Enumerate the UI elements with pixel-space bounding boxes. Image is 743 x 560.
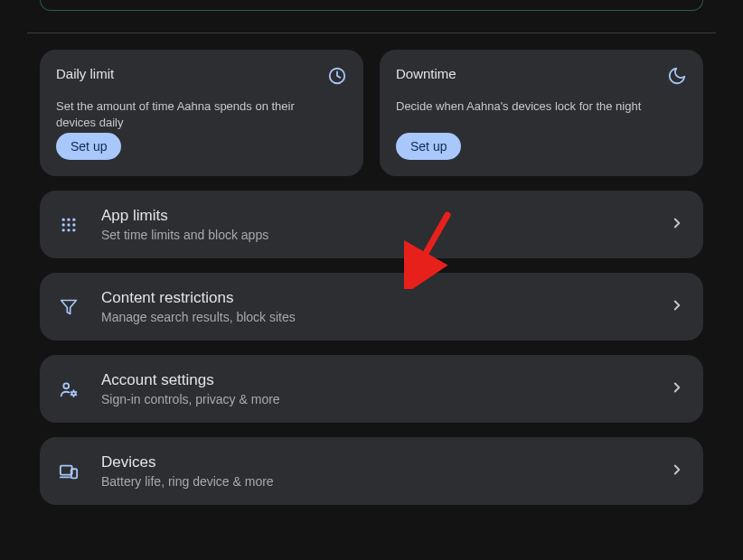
content-restrictions-title: Content restrictions [101, 289, 647, 307]
clock-icon [327, 66, 347, 89]
daily-limit-card[interactable]: Daily limit Set the amount of time Aahna… [40, 50, 363, 176]
account-settings-sub: Sign-in controls, privacy & more [101, 392, 647, 406]
account-settings-title: Account settings [101, 371, 647, 389]
chevron-right-icon [669, 462, 685, 481]
devices-item[interactable]: Devices Battery life, ring device & more [40, 437, 703, 505]
controls-list: App limits Set time limits and block app… [40, 191, 703, 505]
downtime-card[interactable]: Downtime Decide when Aahna's devices loc… [380, 50, 703, 176]
svg-point-8 [67, 229, 70, 231]
app-limits-title: App limits [101, 207, 647, 225]
app-limits-item[interactable]: App limits Set time limits and block app… [40, 191, 703, 258]
content-restrictions-sub: Manage search results, block sites [101, 310, 647, 324]
svg-marker-10 [61, 300, 77, 313]
profile-card-outline [40, 0, 703, 11]
svg-point-3 [72, 218, 75, 220]
daily-limit-title: Daily limit [56, 66, 114, 81]
chevron-right-icon [669, 215, 685, 235]
filter-icon [58, 296, 80, 318]
chevron-right-icon [669, 297, 685, 317]
svg-point-5 [67, 223, 70, 226]
account-gear-icon [58, 378, 80, 400]
daily-limit-setup-button[interactable]: Set up [56, 133, 121, 160]
devices-title: Devices [101, 453, 647, 471]
svg-point-2 [67, 218, 70, 220]
account-settings-item[interactable]: Account settings Sign-in controls, priva… [40, 355, 703, 423]
chevron-right-icon [669, 379, 685, 399]
downtime-setup-button[interactable]: Set up [396, 133, 461, 160]
downtime-desc: Decide when Aahna's devices lock for the… [396, 98, 667, 115]
svg-rect-13 [61, 465, 72, 474]
downtime-title: Downtime [396, 66, 456, 81]
moon-icon [667, 66, 687, 89]
daily-limit-desc: Set the amount of time Aahna spends on t… [56, 98, 327, 130]
svg-point-9 [72, 229, 75, 231]
screen-time-cards: Daily limit Set the amount of time Aahna… [40, 50, 703, 176]
svg-point-7 [62, 229, 65, 231]
svg-point-1 [62, 218, 65, 220]
svg-point-6 [72, 223, 75, 226]
content-restrictions-item[interactable]: Content restrictions Manage search resul… [40, 273, 703, 341]
devices-sub: Battery life, ring device & more [101, 474, 647, 489]
section-divider [27, 33, 716, 33]
svg-point-11 [63, 383, 69, 388]
apps-grid-icon [58, 214, 80, 236]
devices-icon [58, 461, 80, 482]
svg-point-4 [62, 223, 65, 226]
app-limits-sub: Set time limits and block apps [101, 228, 647, 242]
